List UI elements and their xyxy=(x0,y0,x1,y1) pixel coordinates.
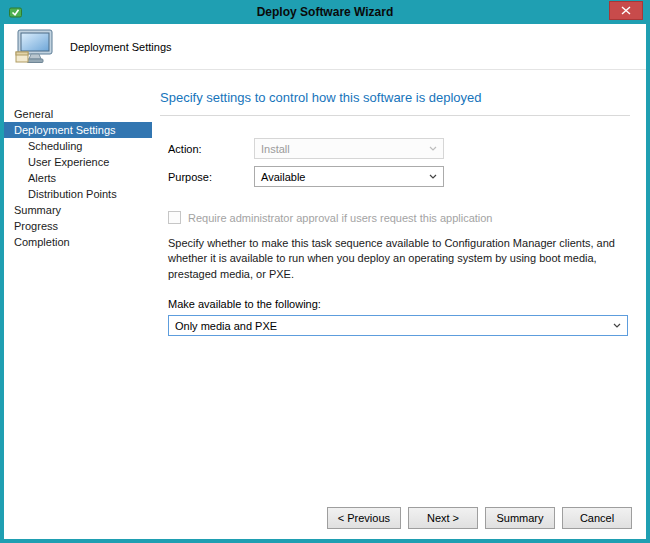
sidebar-item-general[interactable]: General xyxy=(4,106,152,122)
cancel-button[interactable]: Cancel xyxy=(562,507,632,529)
close-icon xyxy=(621,6,631,15)
sidebar-item-summary[interactable]: Summary xyxy=(4,202,152,218)
title-bar: Deploy Software Wizard xyxy=(4,0,646,24)
sidebar-item-alerts[interactable]: Alerts xyxy=(4,170,152,186)
deploy-software-wizard-window: Deploy Software Wizard xyxy=(0,0,650,543)
window-title: Deploy Software Wizard xyxy=(4,0,646,24)
action-label: Action: xyxy=(168,143,254,155)
sidebar-item-progress[interactable]: Progress xyxy=(4,218,152,234)
wizard-header: Deployment Settings xyxy=(4,24,646,70)
chevron-down-icon xyxy=(613,323,621,328)
sidebar-item-scheduling[interactable]: Scheduling xyxy=(4,138,152,154)
deployment-settings-panel: Specify settings to control how this sof… xyxy=(152,70,646,497)
window-content: Deployment Settings General Deployment S… xyxy=(4,24,646,539)
purpose-value: Available xyxy=(261,171,305,183)
availability-description: Specify whether to make this task sequen… xyxy=(168,236,630,282)
sidebar-item-distribution-points[interactable]: Distribution Points xyxy=(4,186,152,202)
summary-button[interactable]: Summary xyxy=(485,507,555,529)
action-row: Action: Install xyxy=(168,138,630,159)
make-available-select[interactable]: Only media and PXE xyxy=(168,315,628,336)
wizard-footer: < Previous Next > Summary Cancel xyxy=(4,497,646,539)
wizard-page-title: Deployment Settings xyxy=(70,41,172,53)
next-button[interactable]: Next > xyxy=(408,507,478,529)
close-button[interactable] xyxy=(609,1,643,20)
page-heading: Specify settings to control how this sof… xyxy=(160,90,630,105)
wizard-step-list: General Deployment Settings Scheduling U… xyxy=(4,70,152,497)
wizard-body: General Deployment Settings Scheduling U… xyxy=(4,70,646,497)
chevron-down-icon xyxy=(429,174,437,179)
approval-checkbox xyxy=(168,211,181,224)
approval-checkbox-label: Require administrator approval if users … xyxy=(188,212,493,224)
previous-button[interactable]: < Previous xyxy=(327,507,401,529)
purpose-row: Purpose: Available xyxy=(168,166,630,187)
make-available-value: Only media and PXE xyxy=(175,320,277,332)
sidebar-item-user-experience[interactable]: User Experience xyxy=(4,154,152,170)
sidebar-item-deployment-settings[interactable]: Deployment Settings xyxy=(4,122,152,138)
wizard-app-icon xyxy=(8,5,23,20)
make-available-label: Make available to the following: xyxy=(168,298,630,310)
heading-divider xyxy=(160,115,630,116)
action-value: Install xyxy=(261,143,290,155)
action-select: Install xyxy=(254,138,444,159)
approval-checkbox-row: Require administrator approval if users … xyxy=(168,211,630,224)
software-deployment-icon xyxy=(14,29,56,67)
purpose-select[interactable]: Available xyxy=(254,166,444,187)
sidebar-item-completion[interactable]: Completion xyxy=(4,234,152,250)
purpose-label: Purpose: xyxy=(168,171,254,183)
chevron-down-icon xyxy=(429,146,437,151)
